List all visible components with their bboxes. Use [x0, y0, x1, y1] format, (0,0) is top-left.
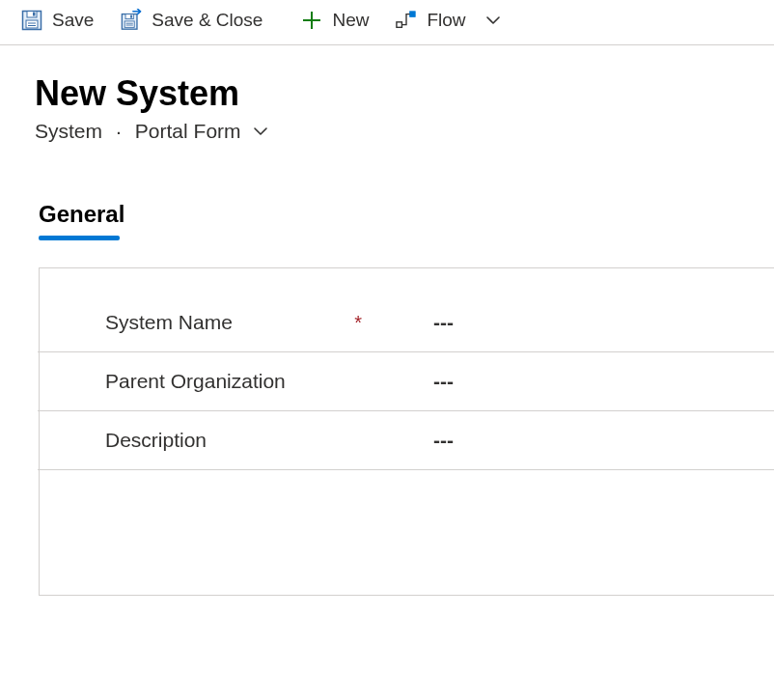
- form-name: Portal Form: [135, 120, 241, 143]
- required-indicator: *: [354, 312, 362, 334]
- save-close-icon: [121, 10, 142, 31]
- field-value: ---: [385, 370, 454, 393]
- tab-general[interactable]: General: [39, 201, 124, 238]
- save-close-button[interactable]: Save & Close: [121, 10, 263, 31]
- entity-name: System: [35, 120, 102, 143]
- form-selector[interactable]: System · Portal Form: [35, 120, 751, 143]
- form-header: New System System · Portal Form: [0, 45, 774, 151]
- plus-icon: [301, 10, 322, 31]
- flow-button[interactable]: Flow: [396, 10, 500, 31]
- save-close-label: Save & Close: [152, 10, 263, 31]
- svg-rect-14: [397, 22, 402, 28]
- tab-list: General: [0, 151, 774, 240]
- flow-label: Flow: [427, 10, 465, 31]
- page-title: New System: [35, 72, 751, 114]
- new-label: New: [332, 10, 369, 31]
- svg-rect-15: [410, 12, 416, 16]
- save-icon: [21, 10, 42, 31]
- field-value: ---: [385, 429, 454, 452]
- svg-rect-8: [130, 15, 132, 18]
- chevron-down-icon: [485, 13, 501, 28]
- svg-rect-7: [125, 14, 133, 19]
- field-description[interactable]: Description ---: [38, 411, 774, 470]
- svg-rect-9: [124, 21, 134, 27]
- form-body: System Name * --- Parent Organization --…: [39, 267, 774, 596]
- flow-icon: [396, 10, 417, 31]
- save-button[interactable]: Save: [21, 10, 94, 31]
- field-parent-organization[interactable]: Parent Organization ---: [38, 352, 774, 411]
- field-label: Description: [105, 429, 207, 452]
- field-system-name[interactable]: System Name * ---: [38, 294, 774, 352]
- svg-rect-2: [33, 13, 36, 16]
- field-label: System Name: [105, 311, 233, 334]
- svg-rect-3: [26, 20, 38, 28]
- chevron-down-icon: [253, 124, 268, 139]
- separator-dot: ·: [116, 120, 122, 143]
- field-label: Parent Organization: [105, 370, 286, 393]
- new-button[interactable]: New: [301, 10, 369, 31]
- save-label: Save: [52, 10, 94, 31]
- field-value: ---: [385, 311, 454, 334]
- command-bar: Save Save & Close New: [0, 0, 774, 45]
